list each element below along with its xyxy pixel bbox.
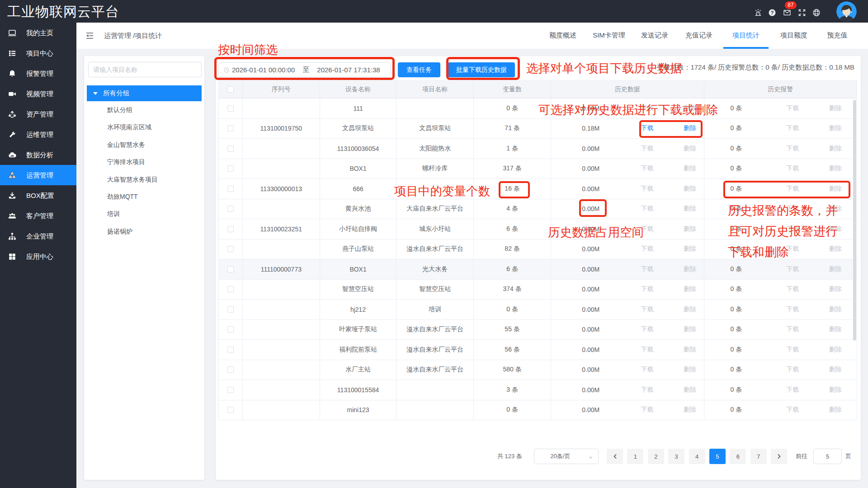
sidebar-item-报警管理[interactable]: 报警管理 [0,63,76,84]
row-checkbox[interactable] [227,145,234,152]
date-end[interactable]: 2026-01-07 17:31:38 [317,66,380,74]
row-checkbox[interactable] [227,206,234,212]
tab-SIM卡管理[interactable]: SIM卡管理 [593,23,625,49]
row-checkbox[interactable] [227,286,234,292]
date-range-picker[interactable]: 2026-01-01 00:00:00 至 2026-01-07 17:31:3… [218,62,391,77]
globe-icon[interactable] [812,9,821,17]
history-data-delete-link[interactable]: 删除 [684,259,696,279]
history-data-download-link[interactable]: 下载 [641,360,654,380]
sidebar-item-资产管理[interactable]: 资产管理 [0,104,76,124]
tree-node-劲旅MQTT[interactable]: 劲旅MQTT [84,188,204,205]
history-data-download-link[interactable]: 下载 [641,99,654,118]
history-alarm-delete-link[interactable]: 删除 [829,259,842,279]
row-checkbox[interactable] [227,366,234,373]
history-alarm-delete-link[interactable]: 删除 [829,280,842,300]
history-data-download-link[interactable]: 下载 [641,159,654,179]
help-icon[interactable]: ? [768,9,776,17]
tab-充值记录[interactable]: 充值记录 [685,23,712,49]
history-data-download-link[interactable]: 下载 [641,340,654,360]
page-button-2[interactable]: 2 [648,449,664,464]
page-button-4[interactable]: 4 [689,449,705,464]
group-search-input[interactable] [89,62,201,77]
tree-node-宁海排水项目[interactable]: 宁海排水项目 [84,153,204,170]
history-alarm-delete-link[interactable]: 删除 [829,300,842,319]
fullscreen-icon[interactable] [798,9,806,17]
history-alarm-download-link[interactable]: 下载 [786,219,799,239]
history-alarm-download-link[interactable]: 下载 [786,99,799,118]
history-data-delete-link[interactable]: 删除 [684,280,696,300]
history-data-delete-link[interactable]: 删除 [684,119,696,139]
page-size-select[interactable]: 20条/页 [534,449,599,464]
history-data-download-link[interactable]: 下载 [641,119,654,139]
history-alarm-delete-link[interactable]: 删除 [829,139,842,159]
row-checkbox[interactable] [227,326,234,333]
history-alarm-download-link[interactable]: 下载 [786,199,799,219]
sidebar-item-企业管理[interactable]: 企业管理 [0,226,76,246]
history-alarm-delete-link[interactable]: 删除 [829,320,842,340]
sidebar-item-BOX配置[interactable]: BOX配置 [0,185,76,206]
history-data-download-link[interactable]: 下载 [641,320,654,340]
row-checkbox[interactable] [227,226,234,232]
history-alarm-download-link[interactable]: 下载 [786,340,799,360]
history-alarm-download-link[interactable]: 下载 [786,259,799,279]
history-alarm-download-link[interactable]: 下载 [786,360,799,380]
history-alarm-delete-link[interactable]: 删除 [829,400,842,420]
history-data-download-link[interactable]: 下载 [641,280,654,300]
row-checkbox[interactable] [227,105,234,112]
history-alarm-download-link[interactable]: 下载 [786,320,799,340]
history-data-download-link[interactable]: 下载 [641,400,654,420]
history-data-download-link[interactable]: 下载 [641,219,654,239]
history-alarm-delete-link[interactable]: 删除 [829,119,842,139]
history-data-delete-link[interactable]: 删除 [684,179,696,199]
history-data-delete-link[interactable]: 删除 [684,219,696,239]
history-alarm-delete-link[interactable]: 删除 [829,239,842,259]
sidebar-item-运维管理[interactable]: 运维管理 [0,124,76,145]
history-data-delete-link[interactable]: 删除 [684,199,696,219]
history-data-delete-link[interactable]: 删除 [684,320,696,340]
history-alarm-download-link[interactable]: 下载 [786,139,799,159]
history-alarm-download-link[interactable]: 下载 [786,400,799,420]
history-alarm-delete-link[interactable]: 删除 [829,219,842,239]
history-alarm-delete-link[interactable]: 删除 [829,199,842,219]
row-checkbox[interactable] [227,347,234,353]
tab-项目统计[interactable]: 项目统计 [732,23,760,49]
table-scrollbar[interactable] [853,100,856,341]
sidebar-item-视频管理[interactable]: 视频管理 [0,84,76,104]
history-data-delete-link[interactable]: 删除 [684,139,696,159]
sidebar-item-项目中心[interactable]: 项目中心 [0,43,76,63]
history-alarm-download-link[interactable]: 下载 [786,159,799,179]
sidebar-item-数据分析[interactable]: 数据分析 [0,145,76,165]
page-button-5[interactable]: 5 [709,449,726,464]
siren-icon[interactable] [754,9,762,17]
history-alarm-delete-link[interactable]: 删除 [829,159,842,179]
history-data-delete-link[interactable]: 删除 [684,99,696,118]
sidebar-item-运营管理[interactable]: 运营管理 [0,165,76,185]
history-data-download-link[interactable]: 下载 [641,179,654,199]
history-data-download-link[interactable]: 下载 [641,139,654,159]
tree-node-all-groups[interactable]: 所有分组 [87,85,202,101]
tree-node-扬诺锅炉[interactable]: 扬诺锅炉 [84,223,204,240]
page-button-1[interactable]: 1 [627,449,643,464]
history-data-delete-link[interactable]: 删除 [684,239,696,259]
history-data-delete-link[interactable]: 删除 [684,380,696,400]
history-data-download-link[interactable]: 下载 [641,199,654,219]
history-data-download-link[interactable]: 下载 [641,259,654,279]
history-alarm-download-link[interactable]: 下载 [786,300,799,319]
history-alarm-download-link[interactable]: 下载 [786,179,799,199]
avatar[interactable] [836,1,857,22]
tree-node-默认分组[interactable]: 默认分组 [84,101,204,118]
page-button-6[interactable]: 6 [730,449,746,464]
history-alarm-delete-link[interactable]: 删除 [829,340,842,360]
history-data-delete-link[interactable]: 删除 [684,300,696,319]
prev-page-button[interactable] [607,449,623,464]
batch-download-button[interactable]: 批量下载历史数据 [448,62,515,77]
tab-预充值[interactable]: 预充值 [827,23,848,49]
history-data-delete-link[interactable]: 删除 [684,360,696,380]
menu-fold-icon[interactable] [86,32,94,39]
date-start[interactable]: 2026-01-01 00:00:00 [232,66,295,74]
tree-node-金山智慧水务[interactable]: 金山智慧水务 [84,136,204,153]
history-data-download-link[interactable]: 下载 [641,300,654,319]
tab-发送记录[interactable]: 发送记录 [641,23,668,49]
view-task-button[interactable]: 查看任务 [398,62,440,77]
history-alarm-download-link[interactable]: 下载 [786,280,799,300]
